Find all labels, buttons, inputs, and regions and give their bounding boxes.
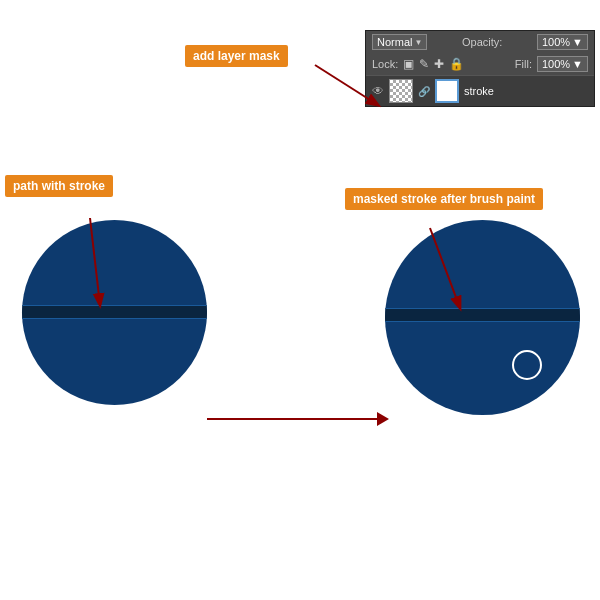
path-with-stroke-tooltip: path with stroke: [5, 175, 113, 197]
arrow-line: [207, 418, 377, 420]
layer-mask-thumbnail: [435, 79, 459, 103]
right-circle: [385, 220, 580, 415]
opacity-arrow: ▼: [572, 36, 583, 48]
blend-opacity-row: Normal ▼ Opacity: 100% ▼: [366, 31, 594, 53]
fill-value[interactable]: 100% ▼: [537, 56, 588, 72]
blend-mode-label: Normal: [377, 36, 412, 48]
lock-image-icon[interactable]: ✎: [419, 57, 429, 71]
left-circle: [22, 220, 207, 405]
lock-transparent-icon[interactable]: ▣: [403, 57, 414, 71]
lock-all-icon[interactable]: 🔒: [449, 57, 464, 71]
layer-thumbnail: [389, 79, 413, 103]
opacity-value[interactable]: 100% ▼: [537, 34, 588, 50]
photoshop-panel: Normal ▼ Opacity: 100% ▼ Lock: ▣ ✎ ✚ 🔒 F…: [365, 30, 595, 107]
stroke-line-right: [385, 308, 580, 322]
fill-arrow: ▼: [572, 58, 583, 70]
lock-move-icon[interactable]: ✚: [434, 57, 444, 71]
blend-mode-arrow: ▼: [414, 38, 422, 47]
layer-chain-icon: 🔗: [418, 86, 430, 97]
masked-stroke-tooltip: masked stroke after brush paint: [345, 188, 543, 210]
horizontal-arrow: [207, 412, 389, 426]
blend-mode-select[interactable]: Normal ▼: [372, 34, 427, 50]
arrow-head: [377, 412, 389, 426]
opacity-label: Opacity:: [462, 36, 502, 48]
layer-row[interactable]: 👁 🔗 stroke: [366, 75, 594, 106]
layer-name: stroke: [464, 85, 494, 97]
layer-visibility-icon[interactable]: 👁: [372, 84, 384, 98]
add-layer-mask-tooltip: add layer mask: [185, 45, 288, 67]
stroke-line-left: [22, 305, 207, 319]
lock-label: Lock:: [372, 58, 398, 70]
brush-circle: [512, 350, 542, 380]
lock-fill-row: Lock: ▣ ✎ ✚ 🔒 Fill: 100% ▼: [366, 53, 594, 75]
fill-label: Fill:: [515, 58, 532, 70]
